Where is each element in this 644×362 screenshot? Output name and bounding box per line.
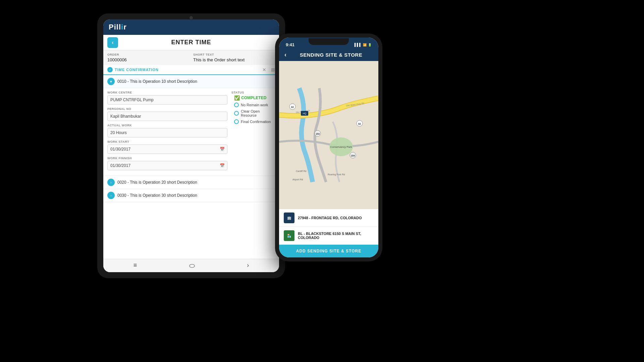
work-centre-input[interactable] bbox=[107, 95, 227, 105]
scene: Pillir ‹ ENTER TIME ORDER 10000006 bbox=[0, 0, 644, 362]
location-item-1[interactable]: 🏢 27948 - FRONTAGE RD, COLORADO bbox=[279, 209, 378, 227]
work-start-input[interactable] bbox=[107, 144, 227, 154]
op-arrow-icon: ▼ bbox=[109, 80, 113, 83]
svg-text:154: 154 bbox=[351, 155, 355, 157]
short-text-value: This is the Order short text bbox=[193, 57, 275, 62]
no-remain-work-option[interactable]: No Remain work bbox=[234, 103, 275, 107]
op-text-3: 0030 - This is Operation 30 short Descri… bbox=[117, 193, 197, 198]
signal-icon: ▌▌▌ bbox=[355, 43, 362, 47]
work-centre-label: WORK CENTRE bbox=[107, 91, 227, 94]
phone-screen: 9:41 ▌▌▌ 📶 🔋 ‹ SENDING SITE & STORE bbox=[279, 38, 378, 257]
status-text: COMPLETED bbox=[241, 96, 266, 100]
final-confirm-label: Final Confirmation bbox=[241, 120, 271, 124]
tablet-header: Pillir bbox=[103, 19, 279, 35]
phone-locations: 🏢 27948 - FRONTAGE RD, COLORADO 🏪 BL - B… bbox=[279, 209, 378, 245]
svg-text:Airport Rd: Airport Rd bbox=[292, 178, 303, 181]
close-icon[interactable]: ✕ bbox=[262, 67, 266, 72]
back-icon: ‹ bbox=[112, 40, 113, 46]
status-label: STATUS bbox=[231, 91, 275, 94]
phone-back-button[interactable]: ‹ bbox=[284, 51, 286, 58]
home-button[interactable]: ⬭ bbox=[189, 262, 195, 269]
battery-icon: 🔋 bbox=[368, 43, 372, 47]
wifi-icon: 📶 bbox=[363, 43, 367, 47]
order-value: 10000006 bbox=[107, 57, 189, 62]
tab-check-icon: ✓ bbox=[109, 68, 111, 71]
op-text-2: 0020 - This is Operation 20 short Descri… bbox=[117, 180, 197, 185]
work-finnish-label: WORK FINNISH bbox=[107, 157, 227, 160]
tablet-bottom-nav: ≡ ⬭ › bbox=[103, 259, 279, 272]
clear-open-resource-option[interactable]: Clear Open Resource bbox=[234, 109, 275, 117]
expand-icon[interactable]: ⊞ bbox=[271, 67, 275, 72]
work-start-container: 📅 bbox=[107, 144, 227, 154]
work-finnish-input[interactable] bbox=[107, 161, 227, 170]
op-form-1: WORK CENTRE PERSONAL NO ACTUAL WORK bbox=[103, 88, 279, 176]
work-start-group: WORK START 📅 bbox=[107, 140, 227, 154]
svg-text:82: 82 bbox=[358, 123, 361, 125]
location-item-2[interactable]: 🏪 BL - BLACKSTORE 6150 S MAIN ST, COLORA… bbox=[279, 227, 378, 245]
op-icon-2: › bbox=[107, 179, 115, 186]
back-button[interactable]: ‹ bbox=[107, 37, 118, 48]
tab-icon: ✓ bbox=[107, 67, 113, 72]
op-arrow-icon-3: › bbox=[110, 194, 111, 197]
phone-screen-title: SENDING SITE & STORE bbox=[289, 52, 373, 58]
phone-device: 9:41 ▌▌▌ 📶 🔋 ‹ SENDING SITE & STORE bbox=[275, 34, 382, 261]
work-finnish-group: WORK FINNISH 📅 bbox=[107, 157, 227, 170]
tablet-title-bar: ‹ ENTER TIME bbox=[103, 35, 279, 50]
actual-work-label: ACTUAL WORK bbox=[107, 124, 227, 127]
operation-item-2[interactable]: › 0020 - This is Operation 20 short Desc… bbox=[103, 176, 279, 189]
svg-text:Cardiff Rd: Cardiff Rd bbox=[296, 170, 306, 172]
actual-work-group: ACTUAL WORK bbox=[107, 124, 227, 137]
op-icon-3: › bbox=[107, 192, 115, 199]
actual-work-input[interactable] bbox=[107, 128, 227, 137]
tab-bar: ✓ TIME CONFIRMATION ✕ ⊞ bbox=[103, 65, 279, 75]
status-section: ✅ COMPLETED No Remain work bbox=[231, 95, 275, 124]
short-text-field: SHORT TEXT This is the Order short text bbox=[193, 53, 275, 62]
operation-item-3[interactable]: › 0030 - This is Operation 30 short Desc… bbox=[103, 189, 279, 202]
tablet-body: ‹ ENTER TIME ORDER 10000006 SHORT TEXT T… bbox=[103, 35, 279, 272]
op-text-1: 0010 - This is Operation 10 short Descri… bbox=[117, 79, 197, 84]
map-svg: Conservancy Park Sky Ranch Dr Old State … bbox=[279, 61, 378, 209]
check-circle-icon: ✅ bbox=[234, 95, 240, 101]
menu-button[interactable]: ≡ bbox=[133, 262, 137, 269]
tablet-camera bbox=[190, 16, 193, 19]
personal-no-label: PERSONAL NO bbox=[107, 107, 227, 111]
phone-header: ‹ SENDING SITE & STORE bbox=[279, 49, 378, 61]
location-text-1: 27948 - FRONTAGE RD, COLORADO bbox=[298, 216, 362, 220]
location-icon-1: 🏢 bbox=[284, 213, 294, 223]
order-label: ORDER bbox=[107, 53, 189, 56]
svg-text:154: 154 bbox=[316, 133, 320, 135]
short-text-label: SHORT TEXT bbox=[193, 53, 275, 56]
form-left: WORK CENTRE PERSONAL NO ACTUAL WORK bbox=[107, 91, 227, 170]
status-completed: ✅ COMPLETED bbox=[234, 95, 275, 101]
form-row-1: WORK CENTRE PERSONAL NO ACTUAL WORK bbox=[107, 91, 275, 170]
svg-text:HQ: HQ bbox=[303, 112, 307, 115]
status-col: STATUS ✅ COMPLETED No Remain work bbox=[231, 91, 275, 170]
radio-final-confirm bbox=[234, 119, 239, 124]
forward-button[interactable]: › bbox=[247, 262, 249, 269]
tablet-device: Pillir ‹ ENTER TIME ORDER 10000006 bbox=[97, 13, 285, 278]
svg-text:Roaring Fork Rd: Roaring Fork Rd bbox=[328, 173, 345, 176]
add-site-store-button[interactable]: ADD SENDING SITE & STORE bbox=[279, 245, 378, 257]
work-start-label: WORK START bbox=[107, 140, 227, 143]
clear-open-label: Clear Open Resource bbox=[241, 109, 275, 117]
phone-icons: ▌▌▌ 📶 🔋 bbox=[355, 43, 372, 47]
page-title: ENTER TIME bbox=[171, 39, 211, 46]
operation-item-1[interactable]: ▼ 0010 - This is Operation 10 short Desc… bbox=[103, 75, 279, 88]
personal-no-group: PERSONAL NO bbox=[107, 107, 227, 121]
phone-map[interactable]: Conservancy Park Sky Ranch Dr Old State … bbox=[279, 61, 378, 209]
tablet-content: ▼ 0010 - This is Operation 10 short Desc… bbox=[103, 75, 279, 259]
work-finnish-container: 📅 bbox=[107, 161, 227, 170]
radio-no-remain bbox=[234, 103, 239, 107]
final-confirmation-option[interactable]: Final Confirmation bbox=[234, 119, 275, 124]
building-icon: 🏢 bbox=[287, 216, 291, 220]
store-icon: 🏪 bbox=[287, 234, 291, 238]
tab-label: TIME CONFIRMATION bbox=[115, 68, 159, 72]
svg-text:Conservancy Park: Conservancy Park bbox=[330, 145, 352, 148]
calendar-icon-start: 📅 bbox=[220, 147, 225, 152]
calendar-icon-finnish: 📅 bbox=[220, 163, 225, 168]
op-icon-1: ▼ bbox=[107, 78, 115, 85]
phone-notch bbox=[309, 38, 349, 45]
work-centre-group: WORK CENTRE bbox=[107, 91, 227, 105]
personal-no-input[interactable] bbox=[107, 112, 227, 121]
no-remain-label: No Remain work bbox=[241, 103, 268, 107]
